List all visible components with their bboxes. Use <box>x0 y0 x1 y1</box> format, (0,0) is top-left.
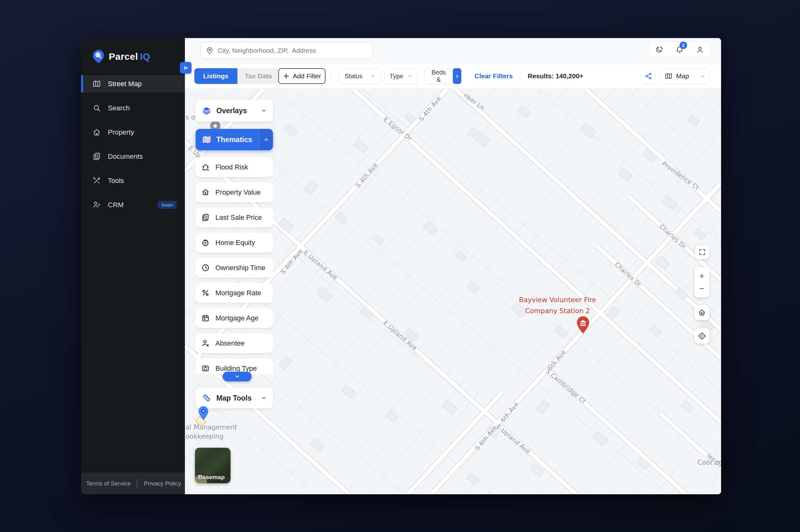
thematics-panel-toggle[interactable]: Thematics <box>196 129 273 150</box>
share-icon <box>645 72 652 80</box>
account-button[interactable] <box>693 43 707 57</box>
tab-tax-data[interactable]: Tax Data <box>237 68 280 84</box>
svg-text:$: $ <box>205 215 207 218</box>
collapse-left-icon <box>183 65 189 71</box>
location-pin-icon <box>206 46 214 55</box>
location-search[interactable] <box>200 42 373 59</box>
main-area: 2 Listings Tax Data Add Filter Status <box>185 38 721 494</box>
home-icon <box>698 308 706 317</box>
thematics-scroll-down-button[interactable] <box>223 372 252 381</box>
gps-target-icon <box>698 332 706 340</box>
topbar-actions: 2 <box>648 42 711 57</box>
thematic-mortgage-rate[interactable]: Mortgage Rate <box>196 283 273 303</box>
svg-text:$: $ <box>204 241 207 245</box>
map-icon <box>93 79 101 88</box>
minus-icon <box>699 285 705 292</box>
beds-baths-dropdown[interactable]: Beds & <box>424 68 453 84</box>
chevron-down-icon <box>261 108 267 114</box>
terms-link[interactable]: Terms of Service <box>86 480 131 487</box>
zoom-in-button[interactable] <box>694 270 709 282</box>
map-view-dropdown[interactable]: Map <box>660 68 710 84</box>
sidebar-item-street-map[interactable]: Street Map <box>81 75 185 92</box>
building-type-icon <box>201 364 210 373</box>
filter-divider <box>331 70 331 83</box>
sidebar: ParcelIQ Street Map Search Property Docu… <box>81 38 185 494</box>
svg-text:$: $ <box>205 191 207 195</box>
map-viewport: E Egnor DrS 4th Avenber LnS 4th AveS 4th… <box>185 89 721 494</box>
sidebar-item-search[interactable]: Search <box>81 99 185 117</box>
sidebar-item-tools[interactable]: Tools <box>81 172 185 189</box>
home-equity-icon: $ <box>201 238 210 247</box>
dark-mode-button[interactable] <box>652 43 666 57</box>
sidebar-collapse-button[interactable] <box>180 62 191 74</box>
thematic-last-sale-price[interactable]: $ Last Sale Price <box>196 208 273 227</box>
fullscreen-button[interactable] <box>695 245 709 259</box>
brand-name: ParcelIQ <box>109 51 150 62</box>
share-button[interactable] <box>641 68 656 84</box>
thematic-ownership-time[interactable]: Ownership Time <box>196 258 273 278</box>
filter-bar: Listings Tax Data Add Filter Status Type… <box>185 63 721 89</box>
data-mode-tabs: Listings Tax Data <box>194 68 280 84</box>
notifications-button[interactable]: 2 <box>673 43 686 57</box>
fullscreen-icon <box>699 248 706 256</box>
thematic-absentee[interactable]: Absentee <box>196 333 273 353</box>
results-count: Results: 140,200+ <box>528 68 583 84</box>
blue-map-pin-icon[interactable] <box>198 406 209 420</box>
thematic-home-equity[interactable]: $ Home Equity <box>196 233 273 252</box>
more-filters-arrow-button[interactable] <box>453 68 461 84</box>
ruler-icon <box>202 393 211 403</box>
thematic-property-value[interactable]: $ Property Value <box>196 182 273 202</box>
overlays-panel-toggle[interactable]: Overlays <box>196 100 273 122</box>
chevron-down-icon <box>701 74 705 79</box>
tools-icon <box>93 176 101 185</box>
plus-icon <box>699 272 705 280</box>
add-filter-button[interactable]: Add Filter <box>278 68 325 84</box>
privacy-link[interactable]: Privacy Policy <box>144 480 181 487</box>
fire-station-pin-icon[interactable] <box>576 316 590 334</box>
filter-divider <box>520 70 520 83</box>
sidebar-item-crm[interactable]: CRM Soon <box>81 196 185 213</box>
last-sale-price-icon: $ <box>201 213 210 222</box>
my-location-button[interactable] <box>694 328 709 344</box>
thematic-map-icon <box>202 135 211 144</box>
search-input[interactable] <box>217 47 367 54</box>
chevron-down-icon <box>261 395 267 401</box>
ownership-time-icon <box>201 264 210 272</box>
documents-icon <box>93 152 101 161</box>
notification-badge: 2 <box>680 41 687 49</box>
crm-person-icon <box>93 201 101 209</box>
search-icon <box>93 104 101 112</box>
topbar: 2 <box>185 38 721 63</box>
sidebar-nav: Street Map Search Property Documents Too… <box>81 66 185 213</box>
fire-station-label: Bayview Volunteer Fire Company Station 2 <box>507 294 608 316</box>
zoom-controls <box>694 267 709 298</box>
thematic-mortgage-age[interactable]: Mortgage Age <box>196 308 273 328</box>
clear-filters-button[interactable]: Clear Filters <box>475 68 513 84</box>
property-value-icon: $ <box>201 188 210 196</box>
map-tools-panel-toggle[interactable]: Map Tools <box>196 388 273 408</box>
thematics-collapse[interactable] <box>259 129 273 150</box>
sidebar-item-property[interactable]: Property <box>81 124 185 141</box>
mortgage-rate-icon <box>201 289 210 297</box>
home-extent-button[interactable] <box>694 305 709 320</box>
tab-listings[interactable]: Listings <box>194 68 237 84</box>
chevron-down-icon <box>370 74 375 79</box>
plus-icon <box>283 73 290 79</box>
basemap-switcher[interactable]: Basemap <box>195 448 230 483</box>
mortgage-age-icon <box>201 314 210 322</box>
thematics-list: Flood Risk $ Property Value $ Last Sale … <box>196 157 273 374</box>
home-icon <box>93 128 101 136</box>
layers-icon <box>202 106 211 115</box>
status-dropdown[interactable]: Status <box>339 68 381 84</box>
chevron-right-icon <box>455 74 459 79</box>
sidebar-footer: Terms of Service Privacy Policy <box>81 473 185 494</box>
sidebar-item-documents[interactable]: Documents <box>81 148 185 165</box>
chevron-down-icon <box>234 374 240 379</box>
brand-logo: ParcelIQ <box>81 38 185 66</box>
flood-risk-icon <box>201 163 210 171</box>
zoom-out-button[interactable] <box>694 282 709 295</box>
map-icon <box>665 72 672 80</box>
type-dropdown[interactable]: Type <box>384 68 418 84</box>
thematic-flood-risk[interactable]: Flood Risk <box>196 157 273 177</box>
chevron-down-icon <box>407 74 412 79</box>
